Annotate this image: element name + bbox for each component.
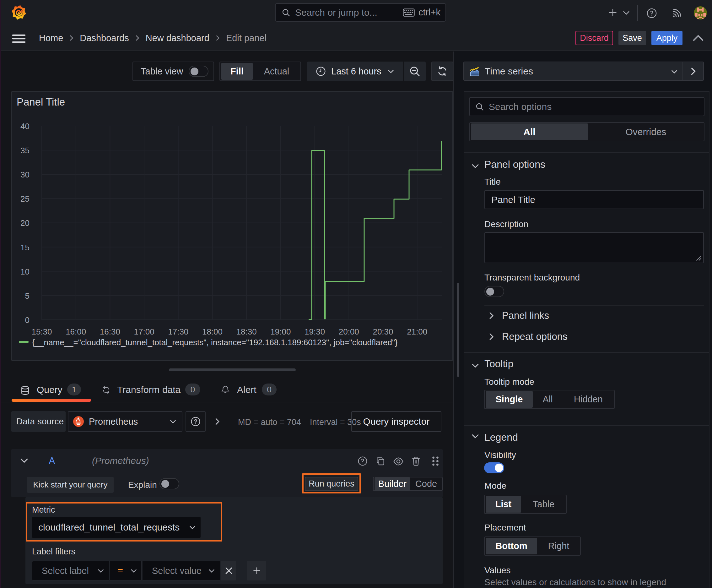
svg-text:{__name__="cloudflared_tunnel_: {__name__="cloudflared_tunnel_total_requ… bbox=[32, 338, 398, 347]
svg-text:15:30: 15:30 bbox=[31, 327, 52, 336]
svg-text:16:00: 16:00 bbox=[66, 327, 86, 336]
svg-text:21:00: 21:00 bbox=[407, 327, 427, 336]
svg-text:20: 20 bbox=[20, 218, 29, 228]
svg-text:0: 0 bbox=[25, 315, 29, 325]
svg-text:15: 15 bbox=[20, 243, 29, 252]
svg-text:17:00: 17:00 bbox=[134, 327, 154, 336]
svg-text:20:30: 20:30 bbox=[373, 327, 393, 336]
svg-text:19:00: 19:00 bbox=[270, 327, 291, 336]
svg-text:25: 25 bbox=[20, 194, 29, 204]
svg-text:19:30: 19:30 bbox=[304, 327, 325, 336]
svg-text:30: 30 bbox=[20, 170, 29, 180]
svg-text:18:00: 18:00 bbox=[202, 327, 222, 336]
svg-text:20:00: 20:00 bbox=[339, 327, 359, 336]
svg-text:10: 10 bbox=[20, 267, 29, 276]
svg-text:35: 35 bbox=[20, 146, 29, 155]
svg-text:16:30: 16:30 bbox=[100, 327, 120, 336]
svg-text:18:30: 18:30 bbox=[236, 327, 257, 336]
svg-text:17:30: 17:30 bbox=[168, 327, 188, 336]
svg-text:40: 40 bbox=[20, 122, 29, 131]
svg-text:5: 5 bbox=[25, 291, 29, 300]
